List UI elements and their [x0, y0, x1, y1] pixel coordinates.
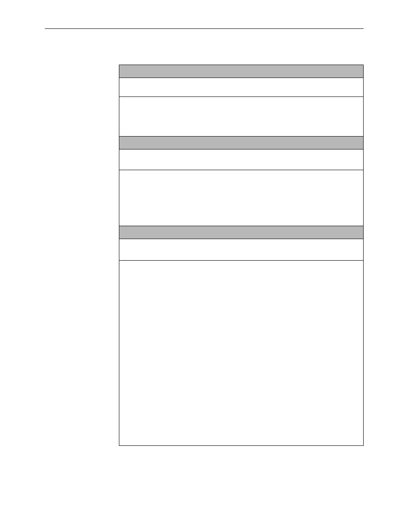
table-row	[119, 170, 363, 226]
table-row	[119, 149, 363, 170]
table-cell	[119, 149, 363, 170]
header-rule	[45, 28, 364, 29]
table-cell	[119, 261, 363, 445]
content-table	[119, 65, 364, 446]
table-row	[119, 97, 363, 137]
table-cell	[119, 170, 363, 226]
table-cell	[119, 78, 363, 96]
table-cell	[119, 239, 363, 260]
table-cell	[119, 65, 363, 78]
table-cell	[119, 226, 363, 239]
table-header-row	[119, 226, 363, 239]
table-header-row	[119, 137, 363, 149]
table-cell	[119, 137, 363, 149]
table-row	[119, 78, 363, 97]
table-row	[119, 239, 363, 261]
table-header-row	[119, 65, 363, 78]
table-row	[119, 261, 363, 446]
table-cell	[119, 97, 363, 136]
